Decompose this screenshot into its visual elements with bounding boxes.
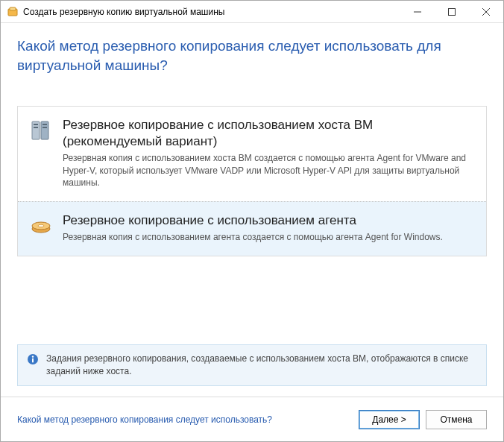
footer-buttons: Далее > Отмена	[359, 410, 487, 429]
option-body: Резервное копирование с использованием х…	[63, 117, 474, 189]
cancel-button[interactable]: Отмена	[426, 410, 487, 429]
close-button[interactable]	[469, 1, 503, 22]
option-body: Резервное копирование с использованием а…	[63, 212, 474, 244]
svg-rect-17	[32, 359, 34, 363]
help-link[interactable]: Какой метод резервного копирования следу…	[17, 414, 272, 425]
svg-rect-1	[10, 7, 16, 10]
info-icon	[27, 353, 39, 365]
option-description: Резервная копия с использованием агента …	[63, 231, 474, 244]
svg-rect-9	[42, 124, 47, 125]
options-list: Резервное копирование с использованием х…	[17, 106, 487, 256]
option-title: Резервное копирование с использованием х…	[63, 117, 474, 149]
app-icon	[7, 6, 19, 18]
server-icon	[28, 117, 54, 189]
window-title: Создать резервную копию виртуальной маши…	[23, 7, 400, 17]
minimize-button[interactable]	[400, 1, 435, 22]
next-button[interactable]: Далее >	[359, 410, 420, 429]
svg-rect-3	[449, 8, 456, 15]
svg-point-16	[32, 356, 34, 358]
content-area: Какой метод резервного копирования следу…	[1, 23, 503, 334]
maximize-button[interactable]	[435, 1, 469, 22]
option-title: Резервное копирование с использованием а…	[63, 212, 474, 228]
svg-rect-10	[34, 127, 38, 128]
window-controls	[400, 1, 503, 22]
info-text: Задания резервного копирования, создавае…	[46, 353, 477, 378]
footer: Какой метод резервного копирования следу…	[1, 397, 503, 441]
page-heading: Какой метод резервного копирования следу…	[17, 37, 487, 75]
titlebar: Создать резервную копию виртуальной маши…	[1, 1, 503, 23]
svg-rect-8	[34, 124, 38, 125]
option-agent-backup[interactable]: Резервное копирование с использованием а…	[18, 201, 486, 256]
info-panel: Задания резервного копирования, создавае…	[17, 344, 487, 386]
svg-rect-11	[42, 127, 47, 128]
option-description: Резервная копия с использованием хоста В…	[63, 152, 474, 189]
disk-icon	[28, 212, 54, 244]
svg-point-14	[38, 224, 44, 227]
option-vm-host-backup[interactable]: Резервное копирование с использованием х…	[18, 107, 486, 201]
